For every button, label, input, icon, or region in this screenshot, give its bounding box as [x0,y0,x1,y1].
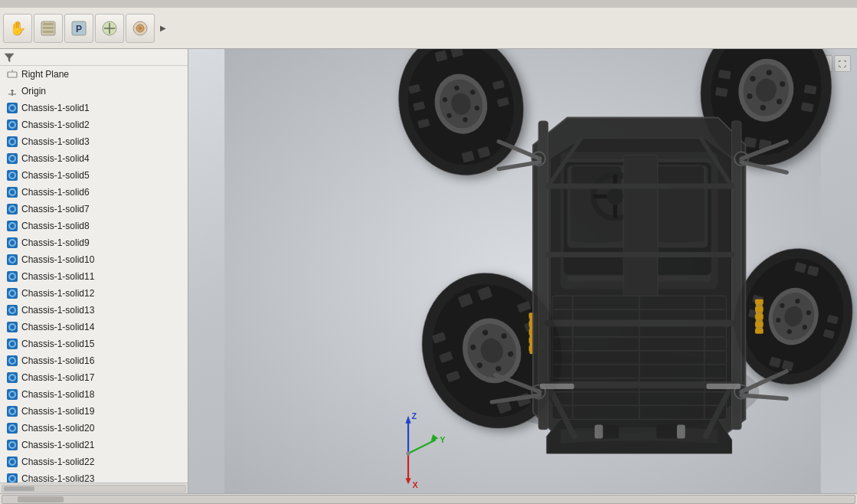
sidebar-h-scroll-track[interactable] [2,485,186,493]
tree-item-solid12[interactable]: Chassis-1-solid12 [0,285,188,302]
solid10-icon [6,254,18,266]
tree-item-solid18[interactable]: Chassis-1-solid18 [0,386,188,403]
atv-model-svg: Z Y X [188,49,857,493]
display-manager-button[interactable] [126,14,155,43]
main-h-scroll[interactable] [2,495,855,504]
solid5-label: Chassis-1-solid5 [21,170,90,181]
solid7-label: Chassis-1-solid7 [21,204,90,214]
feature-tree-scroll[interactable]: Right Plane Origin Chassis-1-solid1 [0,66,188,483]
tree-item-solid15[interactable]: Chassis-1-solid15 [0,335,188,352]
main-h-scroll-thumb[interactable] [18,496,64,502]
solid16-label: Chassis-1-solid16 [21,355,94,366]
right-plane-label: Right Plane [21,69,69,80]
solid8-label: Chassis-1-solid8 [21,221,90,231]
configuration-manager-button[interactable] [95,14,124,43]
solid20-label: Chassis-1-solid20 [21,423,94,434]
solid2-icon [6,119,18,131]
solid14-label: Chassis-1-solid14 [21,322,94,332]
svg-rect-155 [755,314,764,319]
solid4-label: Chassis-1-solid4 [21,153,90,164]
solid18-label: Chassis-1-solid18 [21,389,94,400]
3d-viewport[interactable]: ⊡ ◈ ◐ 👁 🎨 ⊟ ⊕ ≡ ⛶ [188,49,857,493]
sidebar-horizontal-scrollbar[interactable] [0,483,188,493]
svg-rect-156 [755,322,764,326]
solid1-label: Chassis-1-solid1 [21,103,90,113]
svg-rect-2 [43,27,54,29]
solid19-label: Chassis-1-solid19 [21,406,94,417]
svg-point-222 [406,451,410,455]
solid15-label: Chassis-1-solid15 [21,339,94,349]
solid3-icon [6,136,18,148]
solid13-label: Chassis-1-solid13 [21,305,94,316]
sidebar-h-scroll-thumb[interactable] [4,486,34,491]
tree-item-solid11[interactable]: Chassis-1-solid11 [0,268,188,285]
right-plane-icon [6,68,18,80]
solid12-label: Chassis-1-solid12 [21,288,94,299]
svg-point-167 [607,188,623,205]
filter-icon[interactable] [3,51,15,64]
solid8-icon [6,220,18,232]
tree-item-solid14[interactable]: Chassis-1-solid14 [0,319,188,335]
solid17-label: Chassis-1-solid17 [21,372,94,383]
tree-item-solid13[interactable]: Chassis-1-solid13 [0,302,188,319]
solid19-icon [6,405,18,417]
tree-item-solid21[interactable]: Chassis-1-solid21 [0,437,188,453]
tree-item-solid6[interactable]: Chassis-1-solid6 [0,184,188,201]
svg-rect-212 [677,424,685,438]
tree-item-solid19[interactable]: Chassis-1-solid19 [0,403,188,420]
svg-text:Z: Z [412,411,417,421]
tree-item-solid2[interactable]: Chassis-1-solid2 [0,116,188,133]
tree-item-solid23[interactable]: Chassis-1-solid23 [0,470,188,483]
solid21-label: Chassis-1-solid21 [21,440,94,450]
tree-filter-bar [0,49,188,66]
svg-rect-157 [755,329,764,333]
tree-item-solid3[interactable]: Chassis-1-solid3 [0,133,188,150]
solid10-label: Chassis-1-solid10 [21,254,94,265]
select-tool-button[interactable]: ✋ [3,14,32,43]
solid21-icon [6,439,18,451]
property-manager-button[interactable]: P [64,14,93,43]
tree-item-solid5[interactable]: Chassis-1-solid5 [0,167,188,184]
solid7-icon [6,203,18,215]
solid20-icon [6,422,18,434]
tree-item-solid10[interactable]: Chassis-1-solid10 [0,251,188,268]
tree-item-solid17[interactable]: Chassis-1-solid17 [0,369,188,386]
solid6-label: Chassis-1-solid6 [21,187,90,198]
svg-rect-154 [755,307,764,312]
tree-item-right-plane[interactable]: Right Plane [0,66,188,83]
solid12-icon [6,287,18,299]
solid18-icon [6,388,18,401]
svg-rect-1 [43,23,54,25]
svg-text:P: P [76,24,82,34]
svg-point-11 [139,27,142,30]
tree-item-solid1[interactable]: Chassis-1-solid1 [0,100,188,116]
solid9-label: Chassis-1-solid9 [21,237,90,248]
more-tools-button[interactable]: ▶ [156,14,170,43]
solid16-icon [6,355,18,367]
tree-item-solid4[interactable]: Chassis-1-solid4 [0,150,188,167]
svg-rect-201 [540,384,574,389]
tree-item-solid7[interactable]: Chassis-1-solid7 [0,201,188,218]
tree-item-solid8[interactable]: Chassis-1-solid8 [0,218,188,234]
svg-rect-165 [653,165,705,186]
solid22-icon [6,456,18,468]
origin-label: Origin [21,86,46,97]
feature-manager-button[interactable] [34,14,63,43]
svg-rect-13 [8,72,17,77]
tree-item-solid20[interactable]: Chassis-1-solid20 [0,420,188,437]
tree-item-solid22[interactable]: Chassis-1-solid22 [0,453,188,470]
solid-bodies-list: Chassis-1-solid1 Chassis-1-solid2 Chassi… [0,100,188,483]
solid11-label: Chassis-1-solid11 [21,271,94,282]
solid6-icon [6,186,18,198]
solid23-label: Chassis-1-solid23 [21,473,94,483]
content-area: Right Plane Origin Chassis-1-solid1 [0,49,857,493]
solid2-label: Chassis-1-solid2 [21,119,90,130]
bottom-scrollbar[interactable] [0,493,857,504]
solid17-icon [6,371,18,384]
svg-rect-153 [755,299,764,304]
tree-item-solid9[interactable]: Chassis-1-solid9 [0,234,188,251]
origin-icon [6,85,18,97]
svg-rect-211 [594,424,603,438]
tree-item-origin[interactable]: Origin [0,83,188,100]
tree-item-solid16[interactable]: Chassis-1-solid16 [0,352,188,369]
